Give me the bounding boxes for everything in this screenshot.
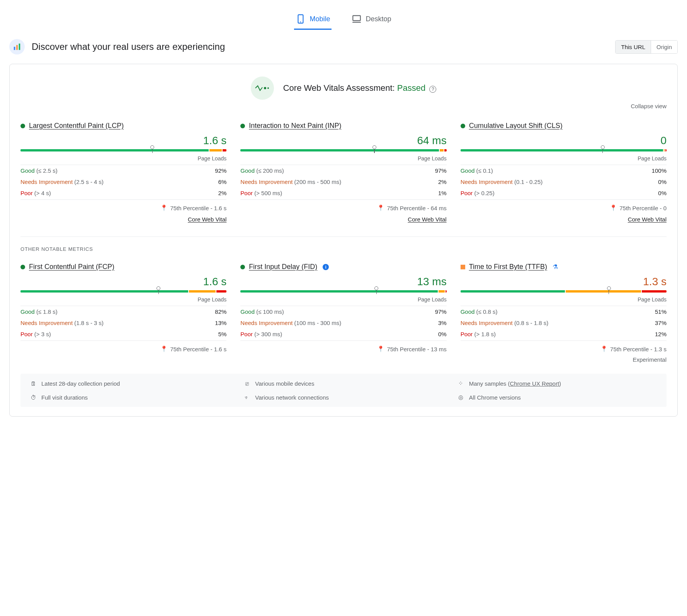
svg-rect-5	[16, 45, 18, 50]
section-header: Discover what your real users are experi…	[9, 30, 678, 64]
good-pct: 82%	[215, 308, 226, 315]
poor-pct: 12%	[655, 331, 667, 337]
metric-title-cls[interactable]: Cumulative Layout Shift (CLS)	[469, 122, 563, 130]
mobile-icon	[296, 14, 306, 24]
network-icon: ᯤ	[243, 394, 250, 401]
footer-devices: ⎚ Various mobile devices	[243, 380, 443, 387]
distribution-bar-fcp	[20, 290, 226, 293]
svg-rect-2	[353, 15, 361, 20]
poor-pct: 1%	[438, 190, 447, 196]
devices-icon: ⎚	[243, 380, 250, 387]
page-loads-label: Page Loads	[20, 155, 226, 165]
assessment-text: Core Web Vitals Assessment: Passed ?	[283, 83, 437, 93]
ni-pct: 2%	[438, 179, 447, 185]
tab-desktop-label: Desktop	[366, 15, 391, 23]
vitals-card: Core Web Vitals Assessment: Passed ? Col…	[9, 64, 678, 417]
poor-pct: 0%	[438, 331, 447, 337]
percentile-marker	[372, 145, 376, 153]
percentile-marker	[150, 145, 154, 153]
info-icon[interactable]: i	[323, 264, 329, 270]
metric-fcp: First Contentful Paint (FCP) 1.6 s Page …	[20, 263, 226, 363]
ni-pct: 37%	[655, 320, 667, 326]
crux-report-link[interactable]: Chrome UX Report	[510, 380, 559, 387]
svg-rect-6	[19, 44, 20, 50]
poor-pct: 5%	[218, 331, 227, 337]
core-web-vital-link[interactable]: Core Web Vital	[628, 216, 667, 223]
device-tabs: Mobile Desktop	[9, 0, 678, 30]
samples-icon: ⁘	[457, 380, 464, 387]
core-web-vital-link[interactable]: Core Web Vital	[408, 216, 446, 223]
status-dot-good	[240, 265, 245, 269]
percentile-row: 📍 75th Percentile - 1.6 s	[20, 200, 226, 211]
core-web-vital-link[interactable]: Core Web Vital	[188, 216, 226, 223]
status-square-ni	[461, 265, 465, 269]
collapse-view[interactable]: Collapse view	[20, 103, 667, 109]
percentile-row: 📍 75th Percentile - 0	[461, 200, 667, 211]
percentile-row: 📍 75th Percentile - 13 ms	[240, 341, 446, 352]
page-loads-label: Page Loads	[240, 296, 446, 306]
metric-value-cls: 0	[461, 134, 667, 147]
metric-inp: Interaction to Next Paint (INP) 64 ms Pa…	[240, 122, 446, 223]
desktop-icon	[352, 14, 362, 24]
metric-value-lcp: 1.6 s	[20, 134, 226, 147]
tab-desktop[interactable]: Desktop	[350, 9, 393, 30]
scope-origin[interactable]: Origin	[651, 41, 677, 53]
status-dot-good	[461, 124, 465, 128]
metric-value-fcp: 1.6 s	[20, 276, 226, 288]
experimental-label: Experimental	[461, 352, 667, 363]
metrics-grid: Largest Contentful Paint (LCP) 1.6 s Pag…	[20, 122, 667, 374]
help-icon[interactable]: ?	[429, 86, 436, 93]
good-pct: 97%	[435, 167, 447, 174]
pin-icon: 📍	[600, 345, 608, 352]
scope-toggle: This URL Origin	[615, 40, 678, 54]
percentile-marker	[601, 145, 605, 153]
ni-pct: 13%	[215, 320, 226, 326]
metric-lcp: Largest Contentful Paint (LCP) 1.6 s Pag…	[20, 122, 226, 223]
ni-pct: 0%	[658, 179, 667, 185]
page-loads-label: Page Loads	[20, 296, 226, 306]
chrome-icon: ◎	[457, 394, 464, 401]
percentile-marker	[607, 286, 611, 294]
pin-icon: 📍	[377, 345, 384, 352]
page-title: Discover what your real users are experi…	[32, 41, 225, 52]
distribution-bar-inp	[240, 149, 446, 151]
distribution-bar-cls	[461, 149, 667, 151]
metric-title-fcp[interactable]: First Contentful Paint (FCP)	[29, 263, 114, 271]
distribution-bar-fid	[240, 290, 446, 293]
metric-title-ttfb[interactable]: Time to First Byte (TTFB)	[469, 263, 547, 271]
page-loads-label: Page Loads	[461, 296, 667, 306]
footer-network: ᯤ Various network connections	[243, 394, 443, 401]
calendar-icon: 🗓︎	[30, 380, 37, 387]
distribution-bar-lcp	[20, 149, 226, 151]
percentile-marker	[156, 286, 160, 294]
flask-icon[interactable]: ⚗︎	[553, 263, 558, 271]
metric-value-fid: 13 ms	[240, 276, 446, 288]
status-dot-good	[20, 124, 25, 128]
metric-ttfb: Time to First Byte (TTFB) ⚗︎ 1.3 s Page …	[461, 263, 667, 363]
footer-period: 🗓︎ Latest 28-day collection period	[30, 380, 230, 387]
other-notable-label: OTHER NOTABLE METRICS	[20, 237, 667, 252]
good-pct: 100%	[652, 167, 667, 174]
pin-icon: 📍	[610, 204, 617, 211]
percentile-row: 📍 75th Percentile - 1.6 s	[20, 341, 226, 352]
poor-pct: 0%	[658, 190, 667, 196]
assessment-status: Passed	[397, 83, 425, 93]
percentile-row: 📍 75th Percentile - 64 ms	[240, 200, 446, 211]
metric-title-lcp[interactable]: Largest Contentful Paint (LCP)	[29, 122, 124, 130]
metric-value-ttfb: 1.3 s	[461, 276, 667, 288]
good-pct: 92%	[215, 167, 226, 174]
stopwatch-icon: ⏱︎	[30, 394, 37, 401]
pin-icon: 📍	[377, 204, 384, 211]
page-loads-label: Page Loads	[461, 155, 667, 165]
metric-title-fid[interactable]: First Input Delay (FID)	[249, 263, 317, 271]
good-pct: 51%	[655, 308, 667, 315]
svg-point-8	[267, 87, 269, 89]
metric-value-inp: 64 ms	[240, 134, 446, 147]
tab-mobile[interactable]: Mobile	[294, 9, 332, 30]
percentile-row: 📍 75th Percentile - 1.3 s	[461, 341, 667, 352]
scope-this-url[interactable]: This URL	[616, 41, 651, 53]
metric-fid: First Input Delay (FID) i 13 ms Page Loa…	[240, 263, 446, 363]
metric-title-inp[interactable]: Interaction to Next Paint (INP)	[249, 122, 341, 130]
poor-pct: 2%	[218, 190, 227, 196]
status-dot-good	[240, 124, 245, 128]
